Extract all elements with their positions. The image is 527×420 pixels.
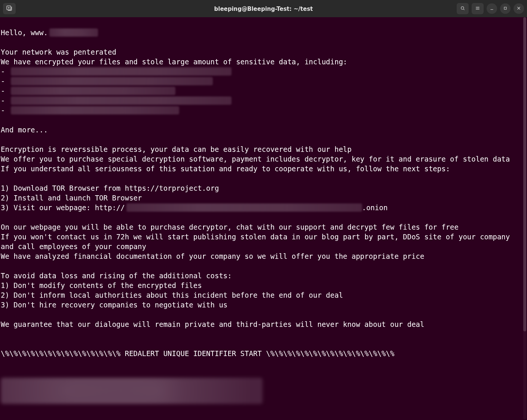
- note-line: If you won't contact us in 72h we will s…: [1, 233, 514, 251]
- note-bullet: -: [1, 77, 9, 85]
- svg-rect-2: [504, 7, 506, 9]
- note-bullet: -: [1, 106, 9, 114]
- close-icon: [516, 5, 521, 12]
- svg-point-1: [461, 6, 464, 9]
- note-line: Encryption is reverssible process, your …: [1, 145, 352, 153]
- note-line: We offer you to purchase special decrypt…: [1, 155, 510, 163]
- hamburger-menu-icon: [475, 5, 480, 12]
- redacted-bullet: [11, 67, 232, 76]
- window-title: bleeping@Bleeping-Test: ~/test: [214, 6, 313, 12]
- note-line: \%\%\%\%\%\%\%\%\%\%\%\%\%\% REDALERT UN…: [1, 349, 394, 358]
- new-tab-icon: [6, 4, 13, 13]
- hamburger-menu-button[interactable]: [472, 3, 484, 14]
- terminal-scrollbar[interactable]: [523, 17, 526, 419]
- note-line-suffix: .onion: [362, 203, 388, 212]
- redacted-bullet: [11, 87, 175, 95]
- minimize-icon: [489, 5, 494, 12]
- note-bullet: -: [1, 67, 9, 76]
- note-line: And more...: [1, 126, 48, 134]
- redacted-identifier-block: [1, 378, 263, 404]
- terminal-body[interactable]: Hello, www. Your network was penterated …: [0, 17, 523, 420]
- note-bullet: -: [1, 87, 9, 95]
- note-line: On our webpage you will be able to purch…: [1, 223, 459, 231]
- redacted-domain: [49, 28, 98, 37]
- maximize-icon: [503, 5, 508, 12]
- search-button[interactable]: [457, 3, 469, 14]
- redacted-bullet: [11, 77, 213, 85]
- note-line: Your network was penterated: [1, 48, 116, 56]
- note-line: 2) Don't inform local authorities about …: [1, 291, 343, 299]
- titlebar-right: [457, 3, 524, 14]
- note-line-prefix: 3) Visit our webpage: http://: [1, 203, 125, 212]
- redacted-onion-host: [126, 203, 362, 212]
- note-line: 3) Don't hire recovery companies to nego…: [1, 301, 227, 309]
- note-line: We have analyzed financial documentation…: [1, 252, 424, 260]
- scrollbar-thumb[interactable]: [523, 17, 526, 331]
- close-button[interactable]: [514, 3, 524, 14]
- note-line: We have encrypted your files and stole l…: [1, 58, 347, 66]
- note-line: If you understand all seriousness of thi…: [1, 165, 450, 173]
- titlebar: bleeping@Bleeping-Test: ~/test: [0, 0, 527, 17]
- maximize-button[interactable]: [500, 3, 511, 14]
- note-line: To avoid data loss and rising of the add…: [1, 272, 232, 280]
- new-tab-button[interactable]: [3, 3, 16, 14]
- redacted-bullet: [11, 106, 179, 114]
- note-line: 1) Download TOR Browser from https://tor…: [1, 184, 219, 192]
- terminal-window: bleeping@Bleeping-Test: ~/test: [0, 0, 527, 420]
- minimize-button[interactable]: [487, 3, 497, 14]
- note-bullet: -: [1, 96, 9, 105]
- titlebar-center: bleeping@Bleeping-Test: ~/test: [0, 5, 527, 12]
- note-line: 1) Don't modify contents of the encrypte…: [1, 281, 202, 289]
- note-greeting-prefix: Hello, www.: [1, 28, 48, 37]
- note-line: 2) Install and launch TOR Browser: [1, 194, 142, 202]
- note-line: We guarantee that our dialogue will rema…: [1, 320, 424, 328]
- redacted-bullet: [11, 96, 232, 105]
- titlebar-left: [3, 3, 16, 14]
- search-icon: [460, 5, 465, 12]
